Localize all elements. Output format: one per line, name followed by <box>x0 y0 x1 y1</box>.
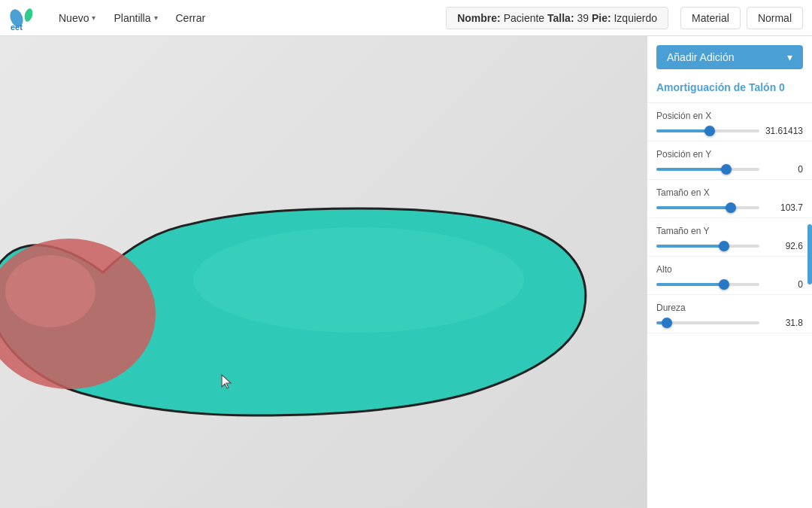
slider-row-2: 103.7 <box>656 202 803 213</box>
slider-row-5: 31.8 <box>656 318 803 328</box>
sidebar: Añadir Adición ▾ Amortiguación de Talón … <box>647 36 812 508</box>
section-title: Amortiguación de Talón 0 <box>647 75 812 103</box>
slider-row-0: 31.61413 <box>656 126 803 136</box>
slider-label-2: Tamaño en X <box>656 187 803 198</box>
svg-point-1 <box>23 8 34 23</box>
slider-group-2: Tamaño en X103.7 <box>647 180 812 218</box>
slider-thumb-5[interactable] <box>662 318 672 328</box>
slider-fill-0 <box>656 129 710 132</box>
material-label: Material <box>692 12 729 24</box>
slider-value-2: 103.7 <box>764 202 803 213</box>
sliders-container: Posición en X31.61413Posición en Y0Tamañ… <box>647 103 812 333</box>
slider-label-4: Alto <box>656 264 803 275</box>
svg-point-4 <box>5 255 95 327</box>
add-adicion-button[interactable]: Añadir Adición ▾ <box>656 45 803 69</box>
canvas-area[interactable] <box>0 36 647 508</box>
header: eet Nuevo ▾ Plantilla ▾ Cerrar Nombre: P… <box>0 0 812 36</box>
slider-thumb-4[interactable] <box>719 279 729 290</box>
slider-thumb-2[interactable] <box>726 202 736 213</box>
slider-track-0[interactable] <box>656 129 759 132</box>
nuevo-label: Nuevo <box>59 12 89 24</box>
slider-row-3: 92.6 <box>656 241 803 251</box>
cerrar-label: Cerrar <box>176 12 206 24</box>
slider-thumb-3[interactable] <box>719 241 729 251</box>
slider-fill-3 <box>656 245 724 248</box>
patient-name: Paciente <box>504 12 544 24</box>
slider-value-3: 92.6 <box>764 241 803 251</box>
patient-talla: 39 <box>577 12 589 24</box>
slider-value-1: 0 <box>764 164 803 175</box>
slider-value-4: 0 <box>764 279 803 290</box>
slider-group-4: Alto0 <box>647 257 812 295</box>
add-adicion-label: Añadir Adición <box>667 51 735 63</box>
slider-label-3: Tamaño en Y <box>656 226 803 236</box>
insole-container <box>0 92 599 453</box>
plantilla-label: Plantilla <box>114 12 150 24</box>
slider-row-4: 0 <box>656 279 803 290</box>
slider-fill-1 <box>656 168 726 171</box>
slider-label-5: Dureza <box>656 303 803 313</box>
insole-svg <box>0 92 599 453</box>
slider-label-0: Posición en X <box>656 111 803 121</box>
slider-track-5[interactable] <box>656 321 759 324</box>
slider-track-1[interactable] <box>656 168 759 171</box>
talla-prefix: Talla: <box>547 12 574 24</box>
add-adicion-arrow-icon: ▾ <box>787 51 792 63</box>
svg-point-5 <box>193 227 524 333</box>
scroll-indicator[interactable] <box>807 224 812 284</box>
nombre-prefix: Nombre: <box>457 12 501 24</box>
slider-track-4[interactable] <box>656 283 759 286</box>
slider-row-1: 0 <box>656 164 803 175</box>
nuevo-arrow-icon: ▾ <box>92 14 95 22</box>
cerrar-menu-button[interactable]: Cerrar <box>168 8 214 29</box>
slider-label-1: Posición en Y <box>656 149 803 160</box>
slider-group-0: Posición en X31.61413 <box>647 103 812 141</box>
patient-pie: Izquierdo <box>614 12 657 24</box>
slider-group-3: Tamaño en Y92.6 <box>647 218 812 257</box>
slider-thumb-1[interactable] <box>721 164 732 175</box>
slider-fill-2 <box>656 206 731 209</box>
svg-text:eet: eet <box>11 23 23 32</box>
patient-info: Nombre: Paciente Talla: 39 Pie: Izquierd… <box>446 7 668 29</box>
slider-fill-4 <box>656 283 724 286</box>
material-button[interactable]: Material <box>680 7 741 29</box>
pie-prefix: Pie: <box>592 12 611 24</box>
slider-value-0: 31.61413 <box>764 126 803 136</box>
nuevo-menu-button[interactable]: Nuevo ▾ <box>51 8 103 29</box>
slider-thumb-0[interactable] <box>704 126 715 136</box>
slider-track-2[interactable] <box>656 206 759 209</box>
logo-icon: eet <box>9 5 36 32</box>
logo-area: eet <box>9 5 36 32</box>
slider-value-5: 31.8 <box>764 318 803 328</box>
slider-group-5: Dureza31.8 <box>647 295 812 333</box>
slider-track-3[interactable] <box>656 245 759 248</box>
main-area: Añadir Adición ▾ Amortiguación de Talón … <box>0 36 812 508</box>
normal-label: Normal <box>758 12 792 24</box>
normal-button[interactable]: Normal <box>747 7 803 29</box>
plantilla-arrow-icon: ▾ <box>154 14 158 22</box>
nav-menu: Nuevo ▾ Plantilla ▾ Cerrar <box>51 8 213 29</box>
plantilla-menu-button[interactable]: Plantilla ▾ <box>106 8 165 29</box>
slider-group-1: Posición en Y0 <box>647 141 812 180</box>
